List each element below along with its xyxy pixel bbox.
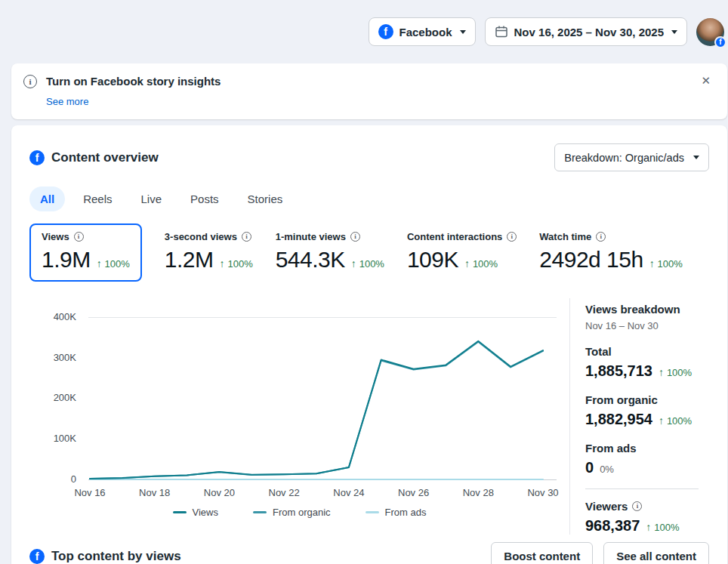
top-content-title: Top content by views xyxy=(29,549,181,564)
y-axis-tick: 0 xyxy=(29,473,76,485)
metric-card-views[interactable]: Views 1.9M 100% xyxy=(29,223,142,282)
metric-label: Content interactions xyxy=(407,231,502,242)
x-axis-tick: Nov 26 xyxy=(398,487,429,498)
metric-label: 1-minute views xyxy=(276,231,346,242)
legend-label: From organic xyxy=(273,507,331,518)
legend-swatch xyxy=(253,511,267,514)
trend-up-delta: 100% xyxy=(97,257,130,270)
profile-avatar[interactable] xyxy=(696,18,724,46)
story-insights-banner: Turn on Facebook story insights See more xyxy=(11,63,727,119)
facebook-icon xyxy=(29,150,45,165)
close-icon[interactable] xyxy=(698,73,714,88)
info-icon xyxy=(507,232,517,242)
trend-up-delta: 100% xyxy=(464,257,498,270)
views-breakdown-panel: Views breakdown Nov 16 – Nov 30 Total 1,… xyxy=(569,298,709,535)
trend-up-delta: 100% xyxy=(646,521,679,533)
content-overview-title: Content overview xyxy=(29,150,159,165)
legend-item-views: Views xyxy=(173,507,218,518)
legend-item-from-ads: From ads xyxy=(366,507,427,518)
chart-legend: Views From organic From ads xyxy=(29,507,569,518)
chevron-down-icon xyxy=(693,156,699,159)
breakdown-value: 1,882,954 xyxy=(585,411,652,428)
x-axis-tick: Nov 28 xyxy=(463,487,494,498)
metrics-row: Views 1.9M 100% 3-second views 1.2M 100%… xyxy=(29,223,709,282)
info-icon xyxy=(596,232,606,242)
breakdown-row-from-ads: From ads 0 0% xyxy=(585,442,709,476)
content-type-tabs: All Reels Live Posts Stories xyxy=(29,186,709,211)
content-overview-card: Content overview Breakdown: Organic/ads … xyxy=(11,125,727,564)
y-axis-tick: 300K xyxy=(29,352,76,364)
facebook-icon xyxy=(29,549,45,564)
metric-label: Watch time xyxy=(539,231,591,242)
metric-card-content-interactions[interactable]: Content interactions 109K 100% xyxy=(407,223,517,273)
see-more-link[interactable]: See more xyxy=(46,96,88,107)
info-icon xyxy=(350,232,360,242)
top-bar: Facebook Nov 16, 2025 – Nov 30, 2025 xyxy=(0,0,728,63)
legend-item-from-organic: From organic xyxy=(253,507,331,518)
x-axis-tick: Nov 30 xyxy=(527,487,558,498)
info-icon xyxy=(632,501,642,511)
breakdown-dropdown[interactable]: Breakdown: Organic/ads xyxy=(554,143,709,171)
chevron-down-icon xyxy=(460,30,466,34)
tab-all[interactable]: All xyxy=(29,186,65,211)
trend-up-delta: 100% xyxy=(220,257,253,270)
x-axis-tick: Nov 20 xyxy=(204,487,235,498)
breakdown-value: 1,885,713 xyxy=(585,362,652,380)
views-line-chart xyxy=(29,306,569,483)
info-icon xyxy=(74,232,84,242)
x-axis-tick: Nov 18 xyxy=(139,487,170,498)
metric-value: 1.2M xyxy=(165,247,214,273)
views-chart: 0 100K 200K 300K 400K Nov 16 Nov 18 Nov … xyxy=(29,298,569,535)
platform-selector-button[interactable]: Facebook xyxy=(369,17,476,46)
x-axis-tick: Nov 16 xyxy=(74,487,105,498)
legend-swatch xyxy=(366,511,379,514)
metric-card-1-minute-views[interactable]: 1-minute views 544.3K 100% xyxy=(276,223,384,273)
facebook-badge-icon xyxy=(714,36,726,48)
x-axis-tick: Nov 24 xyxy=(333,487,364,498)
metric-value: 109K xyxy=(407,247,458,273)
breakdown-value: 0 xyxy=(585,459,594,476)
tab-posts[interactable]: Posts xyxy=(180,186,230,211)
date-range-button[interactable]: Nov 16, 2025 – Nov 30, 2025 xyxy=(485,17,687,46)
y-axis-tick: 400K xyxy=(29,311,76,323)
metric-card-3-second-views[interactable]: 3-second views 1.2M 100% xyxy=(165,223,253,273)
tab-stories[interactable]: Stories xyxy=(237,186,294,211)
boost-content-button[interactable]: Boost content xyxy=(491,542,593,564)
tab-reels[interactable]: Reels xyxy=(72,186,122,211)
breakdown-row-total: Total 1,885,713 100% xyxy=(585,345,709,380)
x-axis-tick: Nov 22 xyxy=(268,487,299,498)
trend-up-delta: 100% xyxy=(659,366,692,378)
flat-delta: 0% xyxy=(600,463,614,475)
info-icon xyxy=(242,232,251,242)
metric-label: 3-second views xyxy=(165,231,237,242)
top-content-section: Top content by views Boost content See a… xyxy=(29,542,709,564)
trend-up-delta: 100% xyxy=(649,257,683,270)
date-range-label: Nov 16, 2025 – Nov 30, 2025 xyxy=(514,26,664,39)
metric-value: 1.9M xyxy=(42,247,91,273)
platform-label: Facebook xyxy=(399,26,452,39)
breakdown-row-viewers: Viewers 968,387 100% xyxy=(585,488,699,535)
trend-up-delta: 100% xyxy=(659,415,692,427)
panel-title: Views breakdown xyxy=(585,303,709,316)
y-axis-tick: 100K xyxy=(29,433,76,445)
chevron-down-icon xyxy=(671,30,677,34)
tab-live[interactable]: Live xyxy=(131,186,173,211)
metric-card-watch-time[interactable]: Watch time 2492d 15h 100% xyxy=(539,223,682,273)
panel-date-range: Nov 16 – Nov 30 xyxy=(585,320,709,331)
legend-label: From ads xyxy=(385,507,427,518)
metric-label: Views xyxy=(42,231,69,242)
legend-swatch xyxy=(173,511,187,514)
metric-value: 2492d 15h xyxy=(539,247,643,273)
metric-value: 544.3K xyxy=(276,247,345,273)
facebook-icon xyxy=(378,24,393,39)
breakdown-value: 968,387 xyxy=(585,517,640,535)
breakdown-row-from-organic: From organic 1,882,954 100% xyxy=(585,393,709,428)
info-icon xyxy=(23,75,37,88)
legend-label: Views xyxy=(193,507,218,518)
see-all-content-button[interactable]: See all content xyxy=(603,542,709,564)
trend-up-delta: 100% xyxy=(351,257,384,270)
calendar-icon xyxy=(495,25,508,39)
banner-title: Turn on Facebook story insights xyxy=(46,73,221,88)
y-axis-tick: 200K xyxy=(29,392,76,404)
